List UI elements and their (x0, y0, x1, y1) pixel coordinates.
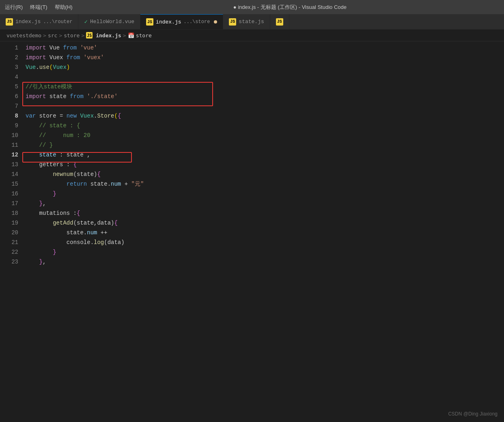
tab-state[interactable]: JS state.js (223, 14, 270, 29)
token (80, 53, 83, 62)
titlebar-menu: 运行(R) 终端(T) 帮助(H) (5, 4, 73, 11)
ln-11: 11 (0, 140, 18, 150)
ln-5: 5 (0, 82, 18, 92)
token: use (39, 62, 50, 72)
menu-help[interactable]: 帮助(H) (55, 4, 73, 11)
sep2: > (59, 32, 62, 39)
token: ++ (97, 228, 107, 238)
token: + (121, 179, 131, 189)
code-line-22: } (26, 247, 504, 257)
code-line-17: } , (26, 199, 504, 208)
editor: 1 2 3 4 5 6 7 8 9 10 11 12 13 14 15 16 1… (0, 41, 504, 421)
js-icon: JS (229, 18, 236, 26)
breadcrumb-vuetestdemo[interactable]: vuetestdemo (6, 32, 41, 39)
token: , (43, 199, 46, 208)
ln-16: 16 (0, 189, 18, 199)
token (26, 189, 53, 199)
token (26, 257, 39, 267)
tab-label: HelloWorld.vue (90, 19, 134, 25)
ln-22: 22 (0, 247, 18, 257)
menu-terminal[interactable]: 终端(T) (30, 4, 47, 11)
code-line-15: return state. num + "元" (26, 179, 504, 189)
code-area[interactable]: import Vue from 'vue' import Vuex from '… (22, 41, 504, 421)
code-line-21: console . log (data) (26, 238, 504, 247)
token: { (97, 169, 100, 179)
breadcrumb-store[interactable]: store (64, 32, 80, 39)
token: return (67, 179, 87, 189)
ln-15: 15 (0, 179, 18, 189)
token: import (26, 43, 46, 53)
token: { (118, 111, 121, 121)
code-line-20: state. num ++ (26, 228, 504, 238)
token (84, 92, 87, 101)
token: , (43, 257, 46, 267)
ln-1: 1 (0, 43, 18, 53)
tab-extra[interactable]: JS (270, 14, 289, 29)
token: from (70, 92, 84, 101)
code-line-19: getAdd (state,data) { (26, 218, 504, 228)
token (26, 238, 67, 247)
token: "元" (131, 179, 144, 189)
token: from (67, 53, 80, 62)
breadcrumb-icon: 📅 (128, 32, 134, 39)
breadcrumb-src[interactable]: src (48, 32, 57, 39)
token: state. (87, 179, 111, 189)
watermark: CSDN @Ding Jiaxiong (448, 411, 498, 417)
ln-23: 23 (0, 257, 18, 267)
token: getAdd (53, 218, 73, 228)
token: // num : 20 (26, 131, 90, 140)
token: // state : { (26, 121, 80, 131)
token: (data) (104, 238, 124, 247)
tab-label: index.js (15, 19, 41, 25)
code-line-10: // num : 20 (26, 131, 504, 140)
token: log (94, 238, 104, 247)
unsaved-dot (214, 20, 217, 24)
token: Vue (46, 43, 63, 53)
token (77, 111, 80, 121)
js-icon: JS (6, 18, 13, 26)
ln-10: 10 (0, 131, 18, 140)
js-icon: JS (146, 18, 153, 26)
ln-2: 2 (0, 53, 18, 62)
token (26, 150, 39, 160)
ln-14: 14 (0, 169, 18, 179)
token: Store (97, 111, 114, 121)
code-line-6: import state from './state' (26, 92, 504, 101)
ln-17: 17 (0, 199, 18, 208)
ln-9: 9 (0, 121, 18, 131)
token: ( (50, 62, 53, 72)
ln-21: 21 (0, 238, 18, 247)
token: { (77, 208, 80, 218)
token: from (63, 43, 77, 53)
token (26, 179, 67, 189)
tab-index-store[interactable]: JS index.js ...\store (140, 14, 223, 29)
ln-13: 13 (0, 160, 18, 169)
code-line-5: //引入state模块 (26, 82, 504, 92)
token: { (114, 218, 117, 228)
token: . (36, 62, 39, 72)
titlebar: 运行(R) 终端(T) 帮助(H) ● index.js - 无标题 (工作区)… (0, 0, 504, 14)
breadcrumb-indexjs[interactable]: index.js (96, 32, 121, 39)
token: ) (67, 62, 70, 72)
token: Vue (26, 62, 36, 72)
token: import (26, 53, 46, 62)
menu-run[interactable]: 运行(R) (5, 4, 23, 11)
js-icon: JS (276, 18, 283, 26)
token: //引入state模块 (26, 82, 72, 92)
code-line-11: // } (26, 140, 504, 150)
code-line-12: state : state , (26, 150, 504, 160)
token: 'vue' (80, 43, 97, 53)
ln-19: 19 (0, 218, 18, 228)
token: . (94, 111, 97, 121)
breadcrumb: vuetestdemo > src > store > JS index.js … (0, 30, 504, 41)
token: Vuex (46, 53, 66, 62)
tab-helloworld[interactable]: ✓ HelloWorld.vue (78, 14, 140, 29)
tab-path: ...\store (184, 19, 210, 25)
token: new (67, 111, 77, 121)
token: import (26, 92, 46, 101)
token (77, 43, 80, 53)
tab-index-router[interactable]: JS index.js ...\router (0, 14, 78, 29)
code-line-14: newnum (state) { (26, 169, 504, 179)
code-line-4 (26, 72, 504, 82)
breadcrumb-store-item[interactable]: store (136, 32, 152, 39)
